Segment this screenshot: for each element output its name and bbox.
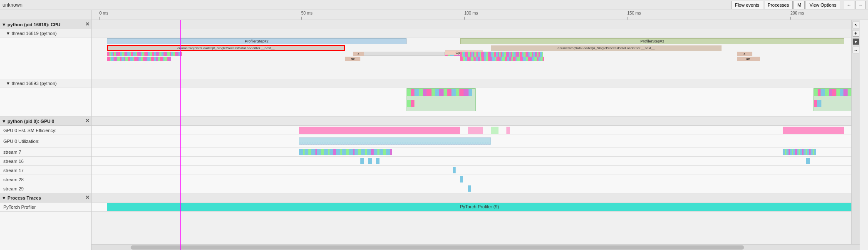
- stream-16-row: [92, 157, 860, 166]
- cpu-section-bg: [92, 20, 860, 29]
- profiler-step-3[interactable]: ProfilerStep#3: [460, 38, 844, 44]
- thread-16819-track-rows: [0, 38, 91, 79]
- label-a-left: a: [353, 52, 365, 56]
- scroll-down-icon[interactable]: ▼: [853, 38, 859, 45]
- gpu-est-sm-label: GPU 0 Est. SM Efficiency:: [0, 126, 91, 135]
- stream-28-row: [92, 175, 860, 184]
- gpu-section-header[interactable]: ▼ python (pid 0): GPU 0 ✕: [0, 117, 91, 126]
- enumerate-bar-2[interactable]: enumerate(DataLoader)#_SingleProcessData…: [491, 45, 722, 51]
- thread-16819-gap-row: a: [353, 52, 445, 56]
- ruler-tick-50ms: 50 ms: [301, 11, 312, 15]
- thread-16893-track-bg: [92, 88, 860, 117]
- process-traces-bg: [92, 193, 860, 202]
- nav-right-button[interactable]: →: [855, 1, 866, 9]
- ruler-tick-150ms: 150 ms: [627, 11, 641, 15]
- process-traces-label: ▼ Process Traces: [2, 195, 41, 200]
- cursor-icon[interactable]: ↖: [853, 22, 859, 28]
- m-button[interactable]: M: [794, 1, 805, 9]
- zoom-in-icon[interactable]: +: [853, 30, 859, 37]
- process-traces-header[interactable]: ▼ Process Traces ✕: [0, 193, 91, 202]
- nav-left-button[interactable]: ←: [844, 1, 854, 9]
- title-bar: unknown Flow events Processes M View Opt…: [0, 0, 868, 10]
- thread-16893-block1: [407, 88, 476, 111]
- enumerate-label-2: enumerate(DataLoader)#_SingleProcessData…: [558, 46, 655, 50]
- thread-16819-dense-row2: [107, 57, 345, 61]
- stream-7-label: stream 7: [0, 148, 91, 157]
- cpu-close-icon[interactable]: ✕: [85, 21, 89, 27]
- thread-16819-header[interactable]: ▼ thread 16819 (python): [0, 29, 91, 38]
- stream-17-row: [92, 166, 860, 175]
- scroll-controls: ↖ + ▼ ↔: [851, 20, 860, 250]
- thread-16819-label: ▼ thread 16819 (python): [6, 31, 57, 36]
- gpu-utilization-row: [92, 135, 860, 148]
- ruler-line-150: [627, 17, 628, 20]
- thread-16819-dense-row2-right: [460, 57, 752, 61]
- cpu-section-label: ▼ python (pid 16819): CPU: [2, 22, 60, 27]
- ruler-line-200: [790, 17, 791, 20]
- stream-29-row: [92, 184, 860, 193]
- ruler-line-50: [301, 17, 302, 20]
- pytorch-profiler-bar[interactable]: PyTorch Profiler (9): [107, 203, 852, 211]
- view-options-button[interactable]: View Options: [806, 1, 840, 9]
- window-title: unknown: [2, 2, 22, 8]
- scroll-thumb[interactable]: [131, 245, 744, 250]
- cpu-section-header[interactable]: ▼ python (pid 16819): CPU ✕: [0, 20, 91, 29]
- gpu-section-label: ▼ python (pid 0): GPU 0: [2, 119, 54, 124]
- horizontal-resize-icon[interactable]: ↔: [853, 47, 859, 53]
- stream-16-label: stream 16: [0, 157, 91, 166]
- stream-28-label: stream 28: [0, 175, 91, 184]
- timeline-area: 0 ms 50 ms 100 ms 150 ms 200 ms Prof: [92, 10, 868, 250]
- timeline-ruler: 0 ms 50 ms 100 ms 150 ms 200 ms: [92, 10, 868, 20]
- pytorch-profiler-row: PyTorch Profiler (9): [92, 202, 860, 212]
- pytorch-profiler-label: PyTorch Profiler (9): [460, 204, 499, 209]
- thread-16893-header[interactable]: ▼ thread 16893 (python): [0, 79, 91, 88]
- label-ale-left: ale: [345, 57, 360, 61]
- profiler-step-2-label: ProfilerStep#2: [245, 39, 268, 43]
- thread-16893-label: ▼ thread 16893 (python): [6, 81, 57, 86]
- thread-16893-block2: [813, 88, 852, 111]
- gpu-utilization-label: GPU 0 Utilization:: [0, 135, 91, 148]
- gpu-sm-efficiency-row: [92, 126, 860, 135]
- toolbar: Flow events Processes M View Options ← →: [731, 1, 866, 9]
- thread-16893-bg: [92, 79, 860, 88]
- label-a-right: a: [737, 52, 752, 56]
- ruler-tick-100ms: 100 ms: [464, 11, 478, 15]
- processes-button[interactable]: Processes: [764, 1, 793, 9]
- ruler-line-100: [464, 17, 465, 20]
- ruler-tick-200ms: 200 ms: [790, 11, 804, 15]
- flow-events-button[interactable]: Flow events: [731, 1, 763, 9]
- process-traces-close-icon[interactable]: ✕: [85, 195, 89, 200]
- stream-17-label: stream 17: [0, 166, 91, 175]
- tracks-area: ProfilerStep#2 ProfilerStep#3 enumerate(…: [92, 20, 860, 250]
- gpu-section-bg: [92, 117, 860, 126]
- profiler-step-2[interactable]: ProfilerStep#2: [107, 38, 407, 44]
- gpu-close-icon[interactable]: ✕: [85, 118, 89, 124]
- enumerate-bar-selected[interactable]: enumerate(DataLoader)#_SingleProcessData…: [107, 45, 345, 51]
- stream-29-label: stream 29: [0, 184, 91, 193]
- thread-16819-bg: [92, 29, 860, 38]
- left-panel: ▼ python (pid 16819): CPU ✕ ▼ thread 168…: [0, 10, 92, 250]
- nav-divider: [842, 2, 842, 8]
- ruler-line-0: [99, 17, 100, 20]
- enumerate-label: enumerate(DataLoader)#_SingleProcessData…: [177, 46, 274, 50]
- ruler-spacer: [0, 10, 91, 20]
- bottom-scrollbar[interactable]: [92, 244, 860, 250]
- ruler-tick-0ms: 0 ms: [99, 11, 109, 15]
- stream-7-row: [92, 148, 860, 157]
- profiler-step-3-label: ProfilerStep#3: [640, 39, 664, 43]
- main-container: ▼ python (pid 16819): CPU ✕ ▼ thread 168…: [0, 10, 868, 250]
- thread-16893-track-rows: [0, 88, 91, 117]
- pytorch-profiler-label: PyTorch Profiler: [0, 202, 91, 212]
